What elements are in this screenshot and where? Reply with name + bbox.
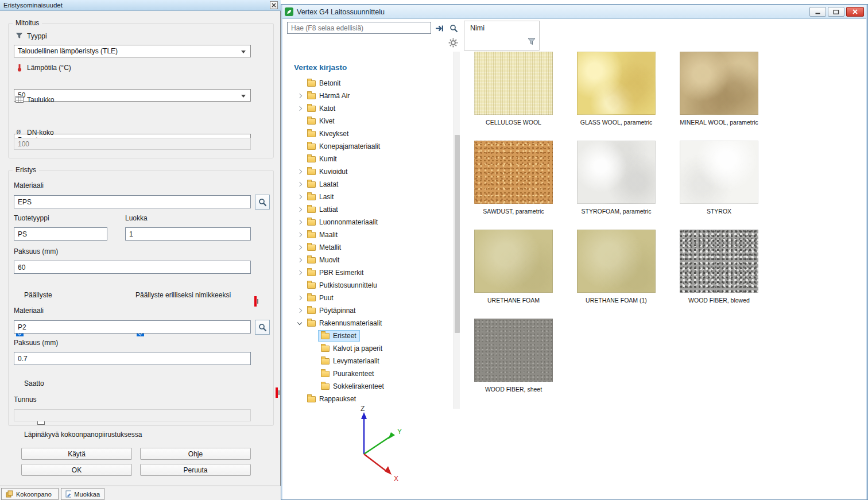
- tree-item[interactable]: Kuvioidut: [284, 165, 454, 178]
- tree-item[interactable]: Sokkelirakenteet: [284, 380, 454, 393]
- material-field[interactable]: [14, 195, 251, 208]
- material-item[interactable]: GLASS WOOL, parametric: [577, 52, 656, 129]
- tree-expander-icon[interactable]: [296, 244, 303, 251]
- material-swatch[interactable]: [680, 141, 758, 204]
- tree-item[interactable]: Kivet: [284, 115, 454, 127]
- tree-expander-icon[interactable]: [310, 370, 317, 377]
- material-item[interactable]: URETHANE FOAM: [474, 230, 553, 307]
- material-item[interactable]: SAWDUST, parametric: [474, 141, 553, 218]
- tree-item[interactable]: Lattiat: [284, 203, 454, 216]
- material-item[interactable]: CELLULOSE WOOL: [474, 52, 553, 129]
- tree-item[interactable]: Rappaukset: [284, 393, 454, 405]
- material-swatch[interactable]: [577, 230, 656, 293]
- type-combobox[interactable]: Taloudellinen lämpöeristys (TLE): [14, 45, 251, 57]
- thickness-field[interactable]: [14, 261, 251, 274]
- tree-expander-icon[interactable]: [296, 282, 303, 289]
- tree-expander-icon[interactable]: [296, 193, 303, 200]
- tree-item[interactable]: Muovit: [284, 254, 454, 266]
- tree-item[interactable]: Kalvot ja paperit: [284, 342, 454, 355]
- tree-expander-icon[interactable]: [296, 156, 303, 162]
- filter-button[interactable]: [527, 37, 536, 48]
- coating-material-field[interactable]: [14, 320, 251, 334]
- search-input[interactable]: [287, 22, 431, 34]
- tree-expander-icon[interactable]: [296, 130, 303, 137]
- apply-button[interactable]: Käytä: [21, 448, 132, 460]
- insulation-color-swatch[interactable]: [254, 296, 257, 307]
- tree-expander-icon[interactable]: [310, 332, 317, 339]
- material-item[interactable]: MINERAL WOOL, parametric: [680, 52, 758, 129]
- tree-item[interactable]: Kumit: [284, 153, 454, 165]
- tree-item[interactable]: Pöytäpinnat: [284, 304, 454, 317]
- tree-item[interactable]: Maalit: [284, 228, 454, 241]
- tab-kokoonpano[interactable]: Kokoonpano: [1, 488, 59, 500]
- coating-thickness-field[interactable]: [14, 352, 251, 365]
- tree-expander-icon[interactable]: [310, 345, 317, 352]
- tree-expander-icon[interactable]: [296, 118, 303, 125]
- tree-item[interactable]: Katot: [284, 102, 454, 115]
- material-item[interactable]: STYROFOAM, parametric: [577, 141, 656, 218]
- material-item[interactable]: WOOD FIBER, blowed: [680, 230, 758, 307]
- settings-button[interactable]: [447, 37, 459, 48]
- tree-item[interactable]: Kiveykset: [284, 127, 454, 140]
- material-swatch[interactable]: [474, 230, 553, 293]
- tree-expander-icon[interactable]: [310, 358, 317, 365]
- tree-expander-icon[interactable]: [296, 92, 303, 99]
- tree-expander-icon[interactable]: [296, 320, 303, 327]
- material-item[interactable]: STYROX: [680, 141, 758, 218]
- search-button[interactable]: [448, 23, 459, 33]
- coating-material-search-button[interactable]: [255, 320, 270, 335]
- material-swatch[interactable]: [577, 52, 656, 115]
- coating-color-swatch[interactable]: [276, 387, 278, 398]
- tree-expander-icon[interactable]: [296, 105, 303, 112]
- cancel-button[interactable]: Peruuta: [140, 464, 251, 476]
- tree-item[interactable]: Metallit: [284, 241, 454, 254]
- tree-item[interactable]: Puurakenteet: [284, 367, 454, 380]
- tree-expander-icon[interactable]: [296, 181, 303, 188]
- class-field[interactable]: [125, 227, 251, 241]
- help-button[interactable]: Ohje: [140, 448, 251, 460]
- tree-item[interactable]: Luonnonmateriaalit: [284, 216, 454, 228]
- dialog-close-button[interactable]: [270, 1, 278, 9]
- tree-item[interactable]: Betonit: [284, 77, 454, 90]
- tree-expander-icon[interactable]: [296, 168, 303, 175]
- material-swatch[interactable]: [680, 52, 758, 115]
- tree-item[interactable]: Rakennusmateriaalit: [284, 317, 454, 330]
- tree-expander-icon[interactable]: [296, 143, 303, 150]
- material-swatch[interactable]: [680, 230, 758, 293]
- tree-expander-icon[interactable]: [296, 396, 303, 402]
- close-button[interactable]: [846, 7, 864, 17]
- tree-item-selected[interactable]: Eristeet: [284, 330, 454, 342]
- tree-expander-icon[interactable]: [296, 307, 303, 314]
- tree-item[interactable]: Putkistosuunnittelu: [284, 279, 454, 292]
- tab-muokkaa[interactable]: Muokkaa: [61, 488, 104, 500]
- material-swatch[interactable]: [474, 319, 553, 382]
- tree-item[interactable]: Konepajamateriaalit: [284, 140, 454, 153]
- material-search-button[interactable]: [255, 195, 270, 210]
- ok-button[interactable]: OK: [21, 464, 132, 476]
- tree-expander-icon[interactable]: [296, 206, 303, 213]
- scrollbar-thumb[interactable]: [455, 135, 460, 333]
- tree-expander-icon[interactable]: [296, 257, 303, 263]
- tree-scrollbar[interactable]: [454, 52, 460, 409]
- search-go-button[interactable]: [433, 23, 445, 33]
- tree-item[interactable]: Laatat: [284, 178, 454, 191]
- tree-item[interactable]: PBR Esimerkit: [284, 266, 454, 279]
- tree-expander-icon[interactable]: [310, 383, 317, 390]
- material-swatch[interactable]: [474, 141, 553, 204]
- tree-expander-icon[interactable]: [296, 294, 303, 301]
- minimize-button[interactable]: [809, 7, 826, 17]
- tree-expander-icon[interactable]: [296, 231, 303, 238]
- material-item[interactable]: URETHANE FOAM (1): [577, 230, 656, 307]
- material-swatch[interactable]: [577, 141, 656, 204]
- tree-expander-icon[interactable]: [296, 219, 303, 226]
- tree-item[interactable]: Härmä Air: [284, 90, 454, 102]
- tree-expander-icon[interactable]: [296, 269, 303, 276]
- material-item[interactable]: WOOD FIBER, sheet: [474, 319, 553, 396]
- tree-item[interactable]: Levymateriaalit: [284, 355, 454, 367]
- tree-expander-icon[interactable]: [296, 80, 303, 87]
- tree-item[interactable]: Lasit: [284, 191, 454, 203]
- material-swatch[interactable]: [474, 52, 553, 115]
- tree-item[interactable]: Puut: [284, 292, 454, 304]
- maximize-button[interactable]: [828, 7, 844, 17]
- product-type-field[interactable]: [14, 227, 107, 241]
